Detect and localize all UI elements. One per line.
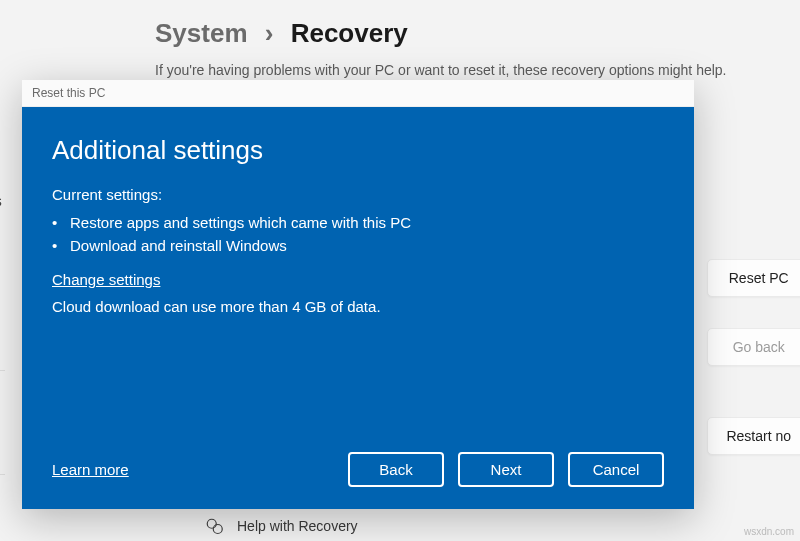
watermark: wsxdn.com bbox=[744, 526, 794, 537]
help-link[interactable]: Help with Recovery bbox=[237, 518, 358, 534]
divider bbox=[0, 370, 5, 371]
settings-list: Restore apps and settings which came wit… bbox=[52, 211, 664, 257]
next-button[interactable]: Next bbox=[458, 452, 554, 487]
divider bbox=[0, 474, 5, 514]
change-settings-link[interactable]: Change settings bbox=[52, 271, 160, 288]
reset-pc-dialog: Reset this PC Additional settings Curren… bbox=[22, 80, 694, 509]
breadcrumb-separator: › bbox=[265, 18, 274, 48]
go-back-button[interactable]: Go back bbox=[707, 328, 800, 366]
sidebar-fragment: ces net bbox=[0, 182, 2, 258]
current-settings-label: Current settings: bbox=[52, 186, 664, 203]
sidebar-item[interactable]: ces bbox=[0, 182, 2, 220]
page-subtitle: If you're having problems with your PC o… bbox=[155, 62, 727, 78]
dialog-heading: Additional settings bbox=[52, 135, 664, 166]
cloud-download-note: Cloud download can use more than 4 GB of… bbox=[52, 298, 664, 315]
breadcrumb: System › Recovery bbox=[155, 18, 408, 49]
help-icon bbox=[205, 517, 223, 535]
svg-point-1 bbox=[213, 525, 222, 534]
list-item: Download and reinstall Windows bbox=[52, 234, 664, 257]
restart-now-button[interactable]: Restart no bbox=[707, 417, 800, 455]
dialog-titlebar: Reset this PC bbox=[22, 80, 694, 107]
learn-more-link[interactable]: Learn more bbox=[52, 461, 129, 478]
breadcrumb-current: Recovery bbox=[291, 18, 408, 48]
reset-pc-button[interactable]: Reset PC bbox=[707, 259, 800, 297]
back-button[interactable]: Back bbox=[348, 452, 444, 487]
svg-point-0 bbox=[207, 519, 216, 528]
list-item: Restore apps and settings which came wit… bbox=[52, 211, 664, 234]
sidebar-item[interactable]: net bbox=[0, 220, 2, 258]
breadcrumb-parent[interactable]: System bbox=[155, 18, 248, 48]
cancel-button[interactable]: Cancel bbox=[568, 452, 664, 487]
